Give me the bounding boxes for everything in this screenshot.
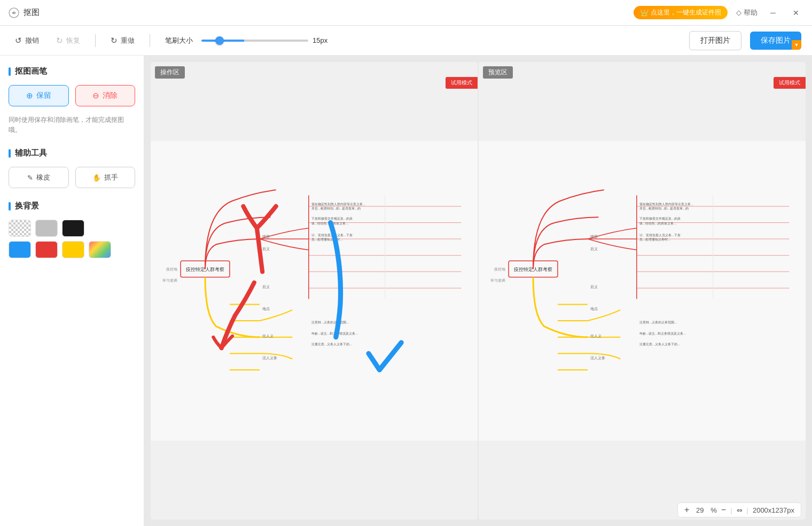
- undo-label: 撤销: [25, 36, 39, 45]
- operation-canvas[interactable]: 疫控特定人群考察 疫控地 学习老师: [151, 62, 478, 520]
- bg-swatch-blue[interactable]: [9, 241, 31, 258]
- titlebar-left: 抠图: [9, 7, 40, 18]
- svg-text:并且...检查特别...的...是否发来...的: 并且...检查特别...的...是否发来...的: [311, 206, 361, 210]
- svg-text:且...处理通知义务时...: 且...处理通知义务时...: [639, 237, 670, 241]
- save-label: 保存图片: [761, 36, 791, 44]
- main-layout: 抠图画笔 ⊕ 保留 ⊖ 消除 同时使用保存和消除画笔，才能完成抠图哦。 辅助工具: [0, 56, 812, 526]
- minimize-button[interactable]: ─: [766, 6, 780, 19]
- redo-button[interactable]: ↻ 重做: [106, 34, 139, 48]
- redo-label: 重做: [121, 36, 135, 45]
- svg-text:地点: 地点: [262, 307, 270, 311]
- svg-text:注册注意...义务人义务下的...: 注册注意...义务人义务下的...: [311, 342, 352, 346]
- reset-icon[interactable]: ⇔: [737, 506, 743, 514]
- mindmap-left: 疫控特定人群考察 疫控地 学习老师: [151, 62, 478, 520]
- minus-icon: ⊖: [92, 91, 99, 100]
- separator-2: [150, 34, 150, 47]
- separator-1: [95, 34, 96, 47]
- svg-text:需在确定性别类人群内容等注意义务，: 需在确定性别类人群内容等注意义务，: [311, 202, 366, 206]
- svg-text:下发和接受文件规定及...的具: 下发和接受文件规定及...的具: [311, 216, 353, 220]
- svg-text:计、安排负责人员义务...下发: 计、安排负责人员义务...下发: [311, 233, 353, 237]
- bg-swatch-yellow[interactable]: [62, 241, 84, 258]
- undo-icon: ↺: [15, 36, 22, 45]
- promo-button[interactable]: 👑 点这里，一键生成证件照: [634, 6, 728, 19]
- redo-icon: ↻: [111, 36, 118, 45]
- preview-canvas: 疫控特定人群考察 疫控地 学习老师: [479, 62, 806, 520]
- erase-brush-button[interactable]: ⊖ 消除: [75, 85, 136, 106]
- brush-size-value: 15px: [313, 36, 330, 44]
- status-sep-1: |: [730, 506, 732, 514]
- bg-color-swatches: [9, 220, 135, 258]
- svg-text:体...结论性...的具体义务...: 体...结论性...的具体义务...: [639, 221, 677, 225]
- bg-row-1: [9, 220, 135, 237]
- svg-text:活人义务: 活人义务: [590, 356, 605, 360]
- trial-badge-left: 试用模式: [446, 77, 478, 89]
- operation-label: 操作区: [155, 66, 185, 79]
- help-button[interactable]: ◇ 帮助: [736, 8, 758, 18]
- svg-text:下发和接受文件规定及...的具: 下发和接受文件规定及...的具: [639, 216, 681, 220]
- svg-text:疫控地: 疫控地: [166, 267, 177, 272]
- image-dimensions: 2000x1237px: [753, 506, 794, 514]
- svg-text:且...处理通知义务时...: 且...处理通知义务时...: [311, 237, 342, 241]
- hand-button[interactable]: ✋ 抓手: [75, 167, 136, 188]
- svg-text:情形: 情形: [262, 235, 270, 239]
- save-corner-badge: ▼: [792, 40, 801, 50]
- svg-text:后义: 后义: [590, 247, 598, 251]
- svg-text:注意特...义务的义务范围...: 注意特...义务的义务范围...: [311, 320, 349, 324]
- promo-label: 点这里，一键生成证件照: [651, 8, 721, 17]
- title-bar-accent: [9, 67, 11, 76]
- brush-buttons: ⊕ 保留 ⊖ 消除: [9, 85, 135, 106]
- bg-section-title: 换背景: [9, 201, 135, 211]
- brush-hint: 同时使用保存和消除画笔，才能完成抠图哦。: [9, 115, 135, 135]
- restore-button[interactable]: ↻ 恢复: [52, 34, 84, 48]
- brush-section-label: 抠图画笔: [15, 66, 47, 76]
- svg-text:任人义: 任人义: [590, 334, 602, 338]
- erase-label: 消除: [103, 91, 118, 100]
- canvas-area: 操作区 疫控特定人群考察: [144, 56, 812, 526]
- eraser-button[interactable]: ✎ 橡皮: [9, 167, 69, 188]
- svg-text:情形: 情形: [590, 235, 598, 239]
- open-image-button[interactable]: 打开图片: [689, 31, 741, 50]
- app-logo-icon: [9, 7, 19, 18]
- save-image-button[interactable]: 保存图片▼: [750, 32, 801, 50]
- operation-panel[interactable]: 操作区 疫控特定人群考察: [151, 62, 478, 520]
- svg-text:地点: 地点: [590, 307, 598, 311]
- bg-swatch-transparent[interactable]: [9, 220, 31, 237]
- aux-buttons: ✎ 橡皮 ✋ 抓手: [9, 167, 135, 188]
- trial-badge-right: 试用模式: [774, 77, 806, 89]
- brush-slider-wrap: 15px: [201, 36, 351, 44]
- svg-text:后义: 后义: [590, 285, 598, 289]
- bg-row-2: [9, 241, 135, 258]
- toolbar: ↺ 撤销 ↻ 恢复 ↻ 重做 笔刷大小 15px 打开图片 保存图片▼: [0, 26, 812, 56]
- brush-size-slider[interactable]: [201, 40, 308, 42]
- restore-label: 恢复: [66, 36, 80, 45]
- zoom-in-button[interactable]: +: [684, 505, 689, 515]
- brush-section: 抠图画笔 ⊕ 保留 ⊖ 消除 同时使用保存和消除画笔，才能完成抠图哦。: [9, 66, 135, 135]
- app-title: 抠图: [24, 7, 40, 18]
- eraser-label: 橡皮: [36, 173, 50, 182]
- svg-text:任人义: 任人义: [262, 334, 274, 338]
- retain-brush-button[interactable]: ⊕ 保留: [9, 85, 69, 106]
- svg-text:活人义务: 活人义务: [262, 356, 277, 360]
- bg-swatch-gradient[interactable]: [89, 241, 111, 258]
- bg-swatch-red[interactable]: [35, 241, 58, 258]
- aux-section-title: 辅助工具: [9, 148, 135, 158]
- close-button[interactable]: ✕: [788, 6, 803, 19]
- svg-text:注册注意...义务人义务下的...: 注册注意...义务人义务下的...: [639, 342, 680, 346]
- bg-swatch-gray[interactable]: [35, 220, 58, 237]
- titlebar-right: 👑 点这里，一键生成证件照 ◇ 帮助 ─ ✕: [634, 6, 803, 19]
- aux-section-label: 辅助工具: [15, 148, 47, 158]
- help-label: 帮助: [744, 8, 758, 18]
- undo-button[interactable]: ↺ 撤销: [11, 34, 43, 48]
- svg-text:学习老师: 学习老师: [162, 279, 177, 283]
- bg-swatch-placeholder: [89, 220, 111, 237]
- zoom-out-button[interactable]: −: [721, 505, 726, 515]
- trial-label-left: 试用模式: [451, 80, 472, 86]
- status-sep-2: |: [747, 506, 748, 514]
- crown-icon: 👑: [640, 9, 649, 17]
- bg-title-bar-accent: [9, 202, 11, 211]
- bg-swatch-black[interactable]: [62, 220, 84, 237]
- svg-text:年龄...设立...和义务情况及义务...: 年龄...设立...和义务情况及义务...: [311, 331, 358, 335]
- preview-label: 预览区: [483, 66, 513, 79]
- retain-label: 保留: [36, 91, 51, 100]
- sidebar: 抠图画笔 ⊕ 保留 ⊖ 消除 同时使用保存和消除画笔，才能完成抠图哦。 辅助工具: [0, 56, 144, 526]
